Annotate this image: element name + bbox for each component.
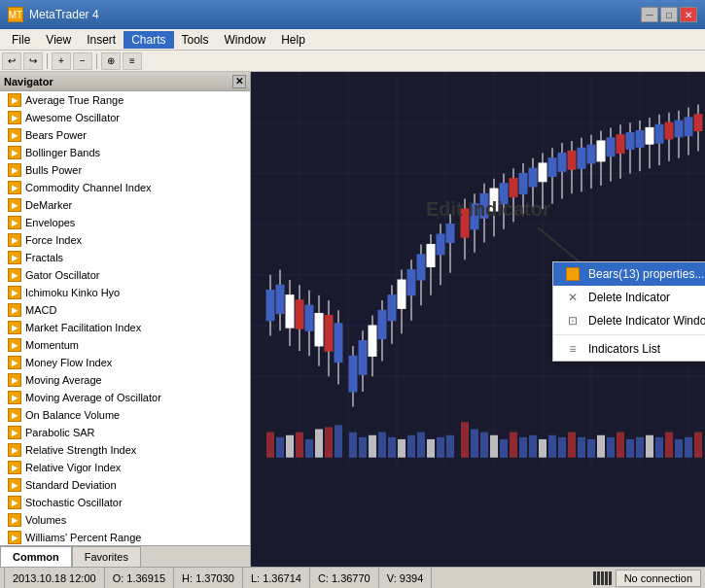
context-menu-delete-indicator[interactable]: ✕ Delete Indicator [553,286,705,309]
bears-indicator-icon [565,266,581,282]
status-high: H: 1.37030 [174,568,243,588]
toolbar-btn-3[interactable]: + [52,52,71,70]
nav-item[interactable]: ▶Market Facilitation Index [0,319,250,336]
nav-item[interactable]: ▶Momentum [0,336,250,354]
context-menu-delete-indicator-window[interactable]: ⊡ Delete Indicator Window [553,309,705,332]
context-menu-bears-properties[interactable]: Bears(13) properties... [553,262,705,286]
svg-rect-75 [558,154,566,172]
chart-area[interactable]: Edit Indicator Bears(13) properties... ✕… [251,72,705,567]
navigator-tabs: Common Favorites [0,545,250,567]
context-menu: Bears(13) properties... ✕ Delete Indicat… [552,261,705,362]
svg-rect-59 [480,193,488,218]
status-datetime: 2013.10.18 12:00 [4,568,105,588]
menu-insert[interactable]: Insert [79,31,123,49]
svg-rect-99 [675,121,683,137]
nav-item[interactable]: ▶On Balance Volume [0,406,250,424]
svg-rect-67 [519,173,527,193]
nav-item[interactable]: ▶Moving Average of Oscillator [0,389,250,406]
toolbar-btn-2[interactable]: ↪ [23,52,43,70]
indicator-icon: ▶ [8,478,21,492]
navigator-body[interactable]: ▶Average True Range▶Awesome Oscillator▶B… [0,91,250,545]
signal-bar-1 [593,571,596,585]
svg-rect-146 [685,437,692,458]
svg-rect-69 [529,168,537,187]
svg-rect-125 [480,432,488,458]
indicator-label: Envelopes [25,217,75,228]
toolbar: ↩ ↪ + − ⊕ ≡ [0,51,705,72]
toolbar-btn-6[interactable]: ≡ [123,52,142,70]
svg-rect-143 [655,437,663,458]
close-button[interactable]: ✕ [680,7,697,22]
menu-tools[interactable]: Tools [174,31,217,49]
nav-item[interactable]: ▶Moving Average [0,371,250,389]
navigator-title: Navigator [4,76,53,87]
svg-rect-104 [266,432,274,458]
svg-rect-79 [578,148,585,168]
nav-item[interactable]: ▶Standard Deviation [0,476,250,494]
indicator-icon: ▶ [8,531,21,544]
indicator-icon: ▶ [8,111,21,124]
svg-rect-121 [437,437,444,458]
nav-item[interactable]: ▶Stochastic Oscillator [0,494,250,511]
context-menu-indicators-list[interactable]: ≡ Indicators List Ctrl+I [553,337,705,361]
nav-item[interactable]: ▶Volumes [0,511,250,529]
menu-charts[interactable]: Charts [123,31,173,49]
menu-window[interactable]: Window [217,31,274,49]
nav-item[interactable]: ▶Awesome Oscillator [0,109,250,126]
nav-item[interactable]: ▶Gator Oscillator [0,266,250,284]
nav-item[interactable]: ▶Williams' Percent Range [0,529,250,545]
svg-rect-127 [500,439,508,458]
menu-view[interactable]: View [38,31,79,49]
indicator-label: Momentum [25,339,79,351]
navigator-close-button[interactable]: ✕ [232,75,246,88]
minimize-button[interactable]: ─ [641,7,658,22]
svg-rect-83 [597,141,605,161]
nav-item[interactable]: ▶Bollinger Bands [0,144,250,161]
indicators-list-icon: ≡ [565,341,581,357]
nav-item[interactable]: ▶Force Index [0,231,250,249]
menu-help[interactable]: Help [273,31,313,49]
nav-item[interactable]: ▶Fractals [0,249,250,266]
toolbar-separator-1 [47,53,48,69]
toolbar-btn-4[interactable]: − [73,52,92,70]
nav-item[interactable]: ▶Relative Vigor Index [0,459,250,476]
nav-item[interactable]: ▶Money Flow Index [0,354,250,371]
menu-file[interactable]: File [4,31,38,49]
svg-rect-119 [417,432,425,458]
svg-rect-43 [398,280,405,308]
indicator-label: Gator Oscillator [25,269,99,281]
nav-item[interactable]: ▶Parabolic SAR [0,424,250,441]
svg-rect-113 [359,437,367,458]
svg-rect-71 [539,163,546,182]
indicator-icon: ▶ [8,338,21,352]
svg-rect-109 [315,430,323,458]
indicator-icon: ▶ [8,198,21,212]
svg-rect-128 [510,432,517,458]
nav-item[interactable]: ▶Ichimoku Kinko Hyo [0,284,250,301]
tab-favorites[interactable]: Favorites [72,546,141,567]
toolbar-btn-5[interactable]: ⊕ [101,52,121,70]
nav-item[interactable]: ▶Average True Range [0,91,250,109]
nav-item[interactable]: ▶Bears Power [0,126,250,144]
nav-item[interactable]: ▶Relative Strength Index [0,441,250,459]
nav-item[interactable]: ▶MACD [0,301,250,319]
indicator-label: Williams' Percent Range [25,532,141,543]
indicator-icon: ▶ [8,233,21,247]
svg-rect-138 [607,437,615,458]
status-volume: V: 9394 [379,568,433,588]
maximize-button[interactable]: □ [660,7,678,22]
indicator-icon: ▶ [8,146,21,159]
app-icon: MT [8,7,23,22]
svg-rect-21 [286,295,294,328]
svg-rect-103 [694,115,702,131]
nav-item[interactable]: ▶Envelopes [0,214,250,231]
signal-bar-5 [609,571,612,585]
svg-rect-130 [529,435,537,458]
nav-item[interactable]: ▶Bulls Power [0,161,250,179]
indicator-icon: ▶ [8,93,21,107]
toolbar-btn-1[interactable]: ↩ [2,52,21,70]
nav-item[interactable]: ▶Commodity Channel Index [0,179,250,196]
nav-item[interactable]: ▶DeMarker [0,196,250,214]
svg-rect-132 [548,435,556,458]
tab-common[interactable]: Common [0,546,72,567]
